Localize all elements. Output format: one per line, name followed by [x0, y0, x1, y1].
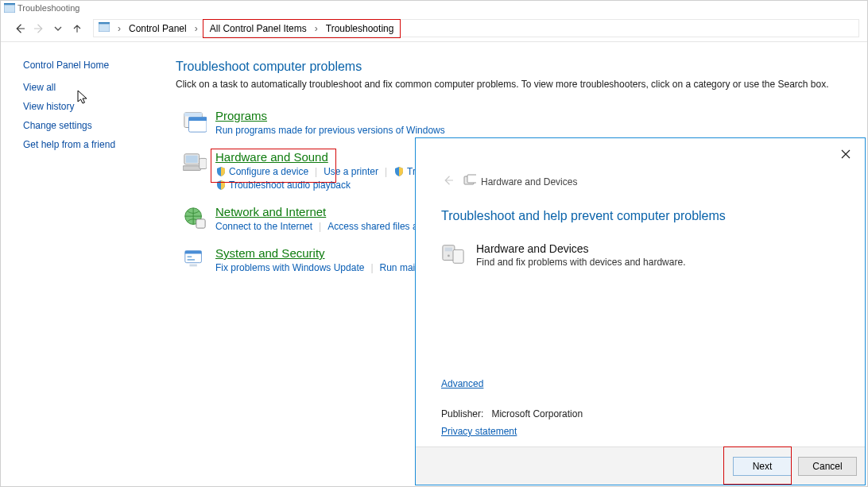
shield-icon — [215, 166, 227, 177]
device-icon — [441, 242, 465, 266]
dialog-item-desc: Find and fix problems with devices and h… — [476, 257, 685, 268]
svg-rect-5 — [184, 113, 203, 117]
publisher-value: Microsoft Corporation — [491, 408, 583, 419]
recent-locations-button[interactable] — [48, 19, 68, 38]
svg-rect-3 — [99, 24, 110, 32]
publisher-line: Publisher: Microsoft Corporation — [441, 408, 583, 419]
link-windows-update[interactable]: Fix problems with Windows Update — [215, 262, 364, 273]
sidebar-view-all[interactable]: View all — [23, 82, 176, 93]
publisher-label: Publisher: — [441, 408, 483, 419]
chevron-right-icon[interactable]: › — [113, 23, 126, 34]
dialog-header: Hardware and Devices — [416, 138, 865, 190]
category-network-title[interactable]: Network and Internet — [215, 205, 326, 218]
system-icon — [182, 246, 207, 272]
dialog-back-button — [441, 173, 455, 190]
svg-rect-24 — [453, 249, 463, 263]
svg-rect-11 — [200, 158, 207, 168]
breadcrumb-root-icon — [99, 22, 110, 34]
dialog-item: Hardware and Devices Find and fix proble… — [441, 242, 839, 268]
link-use-printer[interactable]: Use a printer — [324, 166, 378, 177]
breadcrumb-highlight: All Control Panel Items › Troubleshootin… — [203, 19, 401, 38]
sidebar-home[interactable]: Control Panel Home — [23, 60, 176, 71]
svg-point-23 — [448, 254, 450, 257]
svg-rect-1 — [4, 5, 15, 13]
svg-rect-16 — [188, 256, 192, 257]
link-connect-internet[interactable]: Connect to the Internet — [215, 221, 312, 232]
network-icon — [182, 205, 207, 230]
programs-icon — [182, 109, 207, 134]
forward-button[interactable] — [29, 19, 48, 38]
svg-rect-13 — [196, 219, 205, 228]
category-system-title[interactable]: System and Security — [215, 246, 325, 260]
titlebar: Troubleshooting — [1, 1, 867, 15]
window-title: Troubleshooting — [17, 3, 79, 13]
dialog-header-text: Hardware and Devices — [481, 176, 577, 187]
svg-rect-22 — [445, 248, 452, 252]
svg-rect-17 — [188, 259, 195, 261]
sidebar-get-help[interactable]: Get help from a friend — [23, 139, 176, 150]
privacy-link[interactable]: Privacy statement — [441, 426, 517, 437]
link-run-previous-versions[interactable]: Run programs made for previous versions … — [215, 125, 445, 136]
shield-icon — [215, 180, 227, 191]
cancel-button[interactable]: Cancel — [798, 457, 857, 476]
breadcrumb-troubleshooting[interactable]: Troubleshooting — [323, 22, 397, 35]
dialog-header-icon — [463, 174, 476, 189]
sidebar-view-history[interactable]: View history — [23, 101, 176, 112]
page-title: Troubleshoot computer problems — [176, 60, 843, 74]
sidebar: Control Panel Home View all View history… — [1, 42, 176, 486]
chevron-right-icon[interactable]: › — [190, 23, 203, 34]
svg-rect-20 — [467, 175, 476, 183]
up-button[interactable] — [68, 19, 87, 38]
app-icon — [4, 3, 15, 13]
back-button[interactable] — [10, 19, 29, 38]
svg-rect-10 — [183, 166, 201, 171]
link-divider: | — [385, 166, 387, 177]
svg-rect-18 — [189, 265, 196, 267]
category-hardware-title[interactable]: Hardware and Sound — [215, 150, 328, 164]
link-audio-playback[interactable]: Troubleshoot audio playback — [229, 180, 351, 191]
dialog-item-title: Hardware and Devices — [476, 242, 685, 255]
dialog-links: Advanced Publisher: Microsoft Corporatio… — [441, 378, 583, 437]
breadcrumb-bar[interactable]: › Control Panel › All Control Panel Item… — [93, 19, 859, 37]
nav-row: › Control Panel › All Control Panel Item… — [1, 15, 867, 42]
troubleshooter-dialog: Hardware and Devices Troubleshoot and he… — [415, 137, 866, 485]
svg-rect-15 — [185, 251, 202, 254]
breadcrumb-all-items[interactable]: All Control Panel Items — [207, 22, 310, 35]
category-programs: Programs Run programs made for previous … — [182, 109, 843, 136]
sidebar-change-settings[interactable]: Change settings — [23, 120, 176, 131]
link-divider: | — [319, 221, 321, 232]
dialog-footer: Next Cancel — [416, 446, 865, 485]
category-programs-title[interactable]: Programs — [215, 109, 267, 122]
svg-rect-7 — [189, 117, 207, 121]
hardware-icon — [182, 150, 207, 176]
shield-icon — [393, 166, 405, 177]
control-panel-window: Troubleshooting › Control Panel › All Co… — [0, 0, 868, 487]
svg-rect-9 — [186, 156, 198, 163]
link-divider: | — [370, 262, 373, 273]
link-divider: | — [315, 166, 317, 177]
breadcrumb-control-panel[interactable]: Control Panel — [126, 22, 190, 35]
page-description: Click on a task to automatically trouble… — [176, 79, 843, 90]
advanced-link[interactable]: Advanced — [441, 378, 583, 389]
link-configure-device[interactable]: Configure a device — [229, 166, 308, 177]
chevron-right-icon[interactable]: › — [310, 23, 323, 34]
close-button[interactable] — [836, 145, 855, 164]
dialog-title: Troubleshoot and help prevent computer p… — [441, 209, 839, 223]
next-button[interactable]: Next — [733, 457, 792, 476]
